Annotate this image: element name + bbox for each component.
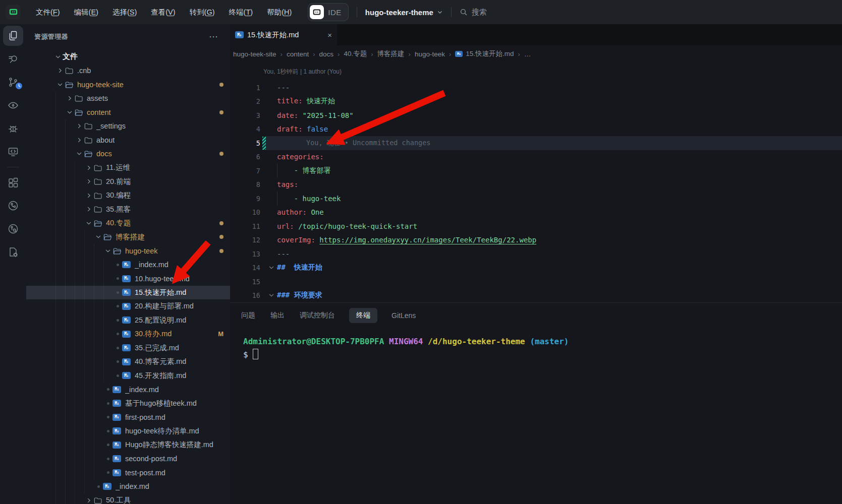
chevron-right-icon[interactable] [65, 94, 74, 103]
activity-git-graph-icon[interactable] [2, 194, 25, 217]
menu-v[interactable]: 查看(V) [144, 0, 182, 24]
chevron-right-icon[interactable] [75, 121, 84, 131]
tree-item[interactable]: _settings [26, 119, 230, 134]
fold-chevron-icon[interactable] [266, 264, 276, 271]
breadcrumb-item[interactable]: M↓15.快速开始.md [455, 49, 514, 58]
breadcrumb-item[interactable]: hugo-teek-site [233, 50, 276, 58]
tree-item[interactable]: docs [26, 147, 230, 161]
indent-guide [94, 313, 103, 328]
tree-item[interactable]: assets [26, 92, 230, 106]
tree-item[interactable]: M↓25.配置说明.md [26, 313, 230, 328]
breadcrumb-item[interactable]: … [524, 50, 531, 58]
tab-active-file[interactable]: M↓ 15.快速开始.md × [230, 24, 337, 45]
chevron-right-icon[interactable] [84, 163, 93, 172]
tree-item[interactable]: M↓20.构建与部署.md [26, 299, 230, 313]
tree-item[interactable]: M↓35.已完成.md [26, 341, 230, 355]
panel-tab-item[interactable]: GitLens [390, 308, 417, 323]
tree-item[interactable]: M↓second-post.md [26, 452, 230, 466]
tree-item[interactable]: .cnb [26, 64, 230, 78]
tree-item[interactable]: hugo-teek [26, 244, 230, 258]
activity-runner-settings-icon[interactable] [2, 240, 25, 264]
tree-item[interactable]: 20.前端 [26, 175, 230, 189]
tree-item[interactable]: M↓30.待办.mdM [26, 327, 230, 341]
tree-item[interactable]: M↓test-post.md [26, 466, 230, 480]
global-search[interactable]: 搜索 [460, 8, 487, 17]
indent-guide [84, 244, 94, 258]
tree-item[interactable]: 50.工具 [26, 493, 230, 504]
menu-e[interactable]: 编辑(E) [67, 0, 105, 24]
chevron-right-icon[interactable] [84, 177, 93, 186]
tree-item[interactable]: M↓hugo-teek待办清单.md [26, 424, 230, 438]
tree-item[interactable]: 40.专题 [26, 216, 230, 230]
breadcrumb-item[interactable]: hugo-teek [415, 50, 445, 58]
indent-guide [84, 397, 94, 411]
terminal[interactable]: Administrator@DESKTOP-7PB0PFA MINGW64 /d… [230, 328, 842, 361]
tree-item[interactable]: M↓10.hugo-teek.md [26, 272, 230, 286]
activity-remote-screen-icon[interactable] [2, 140, 25, 163]
fold-chevron-icon[interactable] [266, 292, 276, 299]
panel-tab-active[interactable]: 终端 [349, 308, 377, 323]
tree-item[interactable]: about [26, 133, 230, 147]
breadcrumb-item[interactable]: 40.专题 [344, 49, 367, 58]
ide-badge[interactable]: IDE [308, 3, 349, 21]
tree-item[interactable]: 30.编程 [26, 188, 230, 203]
panel-tab-item[interactable]: 问题 [240, 308, 256, 323]
breadcrumb-item[interactable]: 博客搭建 [377, 49, 405, 58]
indent-guide [84, 466, 94, 480]
tree-item[interactable]: 博客搭建 [26, 230, 230, 244]
menu-t[interactable]: 终端(T) [222, 0, 260, 24]
breadcrumb-item[interactable]: docs [319, 50, 334, 58]
chevron-right-icon[interactable] [75, 136, 84, 145]
chevron-right-icon[interactable] [55, 66, 65, 75]
app-logo-icon[interactable] [6, 5, 21, 20]
activity-extensions-icon[interactable] [2, 171, 25, 194]
activity-explorer-icon[interactable] [2, 24, 25, 47]
menu-g[interactable]: 转到(G) [183, 0, 222, 24]
tree-item[interactable]: 11.运维 [26, 161, 230, 175]
chevron-right-icon[interactable] [84, 205, 93, 214]
chevron-down-icon[interactable] [75, 149, 84, 158]
tree-item[interactable]: 文件 [26, 50, 230, 64]
menu-h[interactable]: 帮助(H) [260, 0, 299, 24]
chevron-down-icon[interactable] [103, 246, 113, 256]
git-modified-dot-badge [219, 235, 223, 239]
activity-search-icon[interactable] [2, 47, 25, 71]
tree-item[interactable]: 35.黑客 [26, 203, 230, 217]
tree-item[interactable]: M↓first-post.md [26, 410, 230, 424]
chevron-down-icon[interactable] [94, 232, 103, 241]
chevron-down-icon[interactable] [65, 108, 74, 117]
code-line: 5You, 现在 • Uncommitted changes [230, 136, 842, 150]
indent-guide [65, 466, 75, 480]
tree-item[interactable]: M↓15.快速开始.md [26, 286, 230, 300]
code-editor[interactable]: You, 1秒钟前 | 1 author (You) 1---2title: 快… [230, 62, 842, 302]
indent-guide [55, 105, 65, 119]
activity-source-control-icon[interactable] [2, 71, 25, 94]
activity-preview-eye-icon[interactable] [2, 94, 25, 117]
menu-f[interactable]: 文件(F) [29, 0, 67, 24]
tree-item[interactable]: M↓_index.md [26, 480, 230, 494]
activity-code-review-icon[interactable] [2, 217, 25, 240]
chevron-down-icon[interactable] [53, 52, 63, 61]
chevron-down-icon[interactable] [84, 219, 93, 228]
menu-s[interactable]: 选择(S) [105, 0, 144, 24]
tree-item[interactable]: M↓Hugo静态博客快速搭建.md [26, 438, 230, 452]
panel-tab-item[interactable]: 调试控制台 [299, 308, 336, 323]
markdown-file-icon: M↓ [103, 482, 113, 491]
tree-item[interactable]: M↓_index.md [26, 383, 230, 397]
chevron-right-icon[interactable] [84, 191, 93, 200]
workspace-switcher[interactable]: hugo-teeker-theme [365, 8, 443, 17]
tree-item[interactable]: M↓_index.md [26, 258, 230, 272]
panel-tab-item[interactable]: 输出 [269, 308, 286, 323]
activity-debug-bug-icon[interactable] [2, 117, 25, 140]
close-icon[interactable]: × [327, 31, 332, 39]
more-actions-icon[interactable]: ⋯ [209, 32, 218, 41]
tree-item[interactable]: M↓45.开发指南.md [26, 369, 230, 383]
chevron-down-icon[interactable] [55, 80, 65, 89]
tree-item[interactable]: hugo-teek-site [26, 78, 230, 92]
tree-item[interactable]: content [26, 105, 230, 119]
tree-item[interactable]: M↓基于hugo移植teek.md [26, 397, 230, 411]
breadcrumb-item[interactable]: content [287, 50, 309, 58]
terminal-cursor [253, 349, 258, 359]
chevron-right-icon[interactable] [84, 496, 93, 504]
tree-item[interactable]: M↓40.博客元素.md [26, 355, 230, 369]
